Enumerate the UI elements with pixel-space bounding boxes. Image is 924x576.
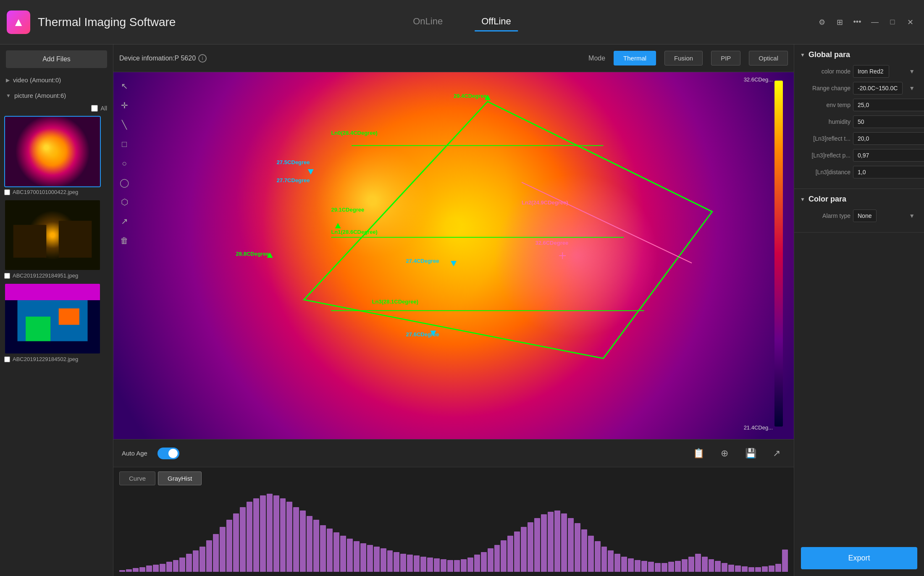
hist-bar bbox=[494, 545, 500, 572]
global-para-header: ▼ Global para bbox=[800, 50, 918, 59]
thumb-check-3[interactable] bbox=[4, 356, 10, 362]
rect-tool-btn[interactable]: □ bbox=[116, 136, 132, 152]
mode-btn-fusion[interactable]: Fusion bbox=[664, 51, 703, 65]
thumb-item-1: ABC19700101000422.jpeg bbox=[4, 116, 109, 195]
all-checkbox[interactable] bbox=[91, 105, 98, 112]
mode-btn-pip[interactable]: PIP bbox=[711, 51, 740, 65]
range-change-select[interactable]: -20.0C~150.0C 0C~100C bbox=[853, 82, 903, 94]
toggle-knob bbox=[168, 449, 178, 458]
color-mode-select[interactable]: Iron Red2 Rainbow Grayscale bbox=[853, 65, 889, 78]
hist-tab-grayhist[interactable]: GrayHist bbox=[158, 471, 202, 485]
colorbar-gradient bbox=[774, 81, 783, 427]
thumb-img-3[interactable] bbox=[4, 283, 101, 354]
polygon-tool-btn[interactable]: ⬡ bbox=[116, 194, 132, 210]
hist-bar bbox=[561, 513, 567, 572]
hist-bar bbox=[160, 564, 165, 572]
mode-btn-thermal[interactable]: Thermal bbox=[614, 51, 656, 65]
hist-tabs: Curve GrayHist bbox=[113, 467, 794, 485]
hist-bar bbox=[454, 560, 460, 572]
hist-bar bbox=[662, 563, 667, 572]
thumb-check-2[interactable] bbox=[4, 273, 10, 279]
thumb-filename-3: ABC20191229184502.jpeg bbox=[13, 356, 78, 362]
color-mode-chevron-icon: ▼ bbox=[909, 68, 915, 75]
thumb-check-1[interactable] bbox=[4, 189, 10, 195]
toolbar-row: Device infomation:P 5620 i Mode Thermal … bbox=[113, 45, 794, 72]
auto-age-toggle[interactable] bbox=[158, 448, 179, 459]
info-icon[interactable]: i bbox=[198, 54, 207, 63]
mode-btn-optical[interactable]: Optical bbox=[749, 51, 788, 65]
select-tool-btn[interactable]: ↖ bbox=[116, 78, 132, 94]
hist-tab-curve[interactable]: Curve bbox=[119, 471, 155, 485]
thumb-item-2: ABC20191229184951.jpeg bbox=[4, 199, 109, 279]
reflect-t-input[interactable] bbox=[853, 132, 924, 145]
env-temp-label: env temp bbox=[800, 102, 850, 108]
color-mode-label: color mode bbox=[800, 68, 850, 75]
hist-bar bbox=[200, 547, 205, 572]
report-btn[interactable]: 📋 bbox=[690, 445, 707, 462]
hist-bar bbox=[420, 557, 426, 572]
sidebar-item-video[interactable]: ▶ video (Amount:0) bbox=[0, 72, 113, 88]
tab-offline[interactable]: OffLine bbox=[475, 13, 518, 31]
hist-bar bbox=[755, 567, 761, 572]
window-maximize-btn[interactable]: □ bbox=[887, 17, 898, 28]
distance-input[interactable] bbox=[853, 166, 924, 178]
global-para-section: ▼ Global para color mode Iron Red2 Rainb… bbox=[794, 45, 924, 189]
hist-bar bbox=[320, 525, 326, 572]
hist-bar bbox=[166, 562, 172, 572]
ellipse-tool-btn[interactable]: ◯ bbox=[116, 175, 132, 191]
thumb-img-2[interactable] bbox=[4, 199, 101, 271]
humidity-input[interactable] bbox=[853, 115, 924, 128]
hist-bar bbox=[126, 569, 132, 572]
hist-bar bbox=[360, 543, 366, 572]
tab-online[interactable]: OnLine bbox=[406, 13, 449, 31]
thumb-filename-1: ABC19700101000422.jpeg bbox=[13, 189, 78, 195]
sidebar: Add Files ▶ video (Amount:0) ▼ picture (… bbox=[0, 45, 113, 576]
window-more-icon[interactable]: ••• bbox=[852, 17, 863, 28]
alarm-type-select[interactable]: None High Low bbox=[853, 209, 877, 222]
color-para-arrow[interactable]: ▼ bbox=[800, 196, 805, 202]
hist-bar bbox=[367, 545, 373, 572]
export-image-btn[interactable]: ↗ bbox=[768, 445, 785, 462]
hist-bar bbox=[742, 566, 748, 572]
reflect-p-label: [Ln3]reflect p... bbox=[800, 152, 850, 159]
hist-bar bbox=[340, 536, 346, 572]
hist-bar bbox=[722, 563, 727, 572]
circle-tool-btn[interactable]: ○ bbox=[116, 155, 132, 171]
hist-bar bbox=[247, 502, 252, 572]
window-close-btn[interactable]: ✕ bbox=[905, 17, 916, 28]
scan-btn[interactable]: ⊕ bbox=[716, 445, 733, 462]
thumb-canvas-2 bbox=[5, 200, 100, 270]
hist-bar bbox=[206, 540, 212, 572]
global-para-arrow[interactable]: ▼ bbox=[800, 52, 805, 58]
reflect-p-input[interactable] bbox=[853, 149, 924, 162]
hist-bar bbox=[682, 559, 688, 572]
move-tool-btn[interactable]: ✛ bbox=[116, 97, 132, 113]
thumb-img-1[interactable] bbox=[4, 116, 101, 187]
env-temp-input[interactable] bbox=[853, 99, 924, 111]
thermal-canvas bbox=[113, 72, 794, 439]
sidebar-item-picture[interactable]: ▼ picture (Amount:6) bbox=[0, 88, 113, 103]
window-settings-icon[interactable]: ⚙ bbox=[816, 17, 827, 28]
line-tool-btn[interactable]: ╲ bbox=[116, 117, 132, 133]
hist-bar bbox=[260, 495, 266, 572]
window-capture-icon[interactable]: ⊞ bbox=[834, 17, 845, 28]
window-minimize-btn[interactable]: — bbox=[869, 17, 880, 28]
range-change-select-wrapper: -20.0C~150.0C 0C~100C ▼ bbox=[853, 82, 918, 94]
hist-bar bbox=[179, 558, 185, 572]
export-button[interactable]: Export bbox=[801, 547, 917, 569]
hist-bar bbox=[675, 561, 681, 572]
add-files-button[interactable]: Add Files bbox=[6, 50, 107, 68]
center-panel: Device infomation:P 5620 i Mode Thermal … bbox=[113, 45, 794, 576]
delete-tool-btn[interactable]: 🗑 bbox=[116, 233, 132, 249]
hist-bar bbox=[461, 559, 467, 572]
save-btn[interactable]: 💾 bbox=[742, 445, 759, 462]
hist-bar bbox=[226, 520, 232, 572]
hist-bar bbox=[655, 563, 661, 572]
hist-bar bbox=[400, 554, 406, 572]
range-change-chevron-icon: ▼ bbox=[909, 85, 915, 92]
hist-bar bbox=[782, 550, 788, 572]
pointer-tool-btn[interactable]: ↗ bbox=[116, 213, 132, 229]
hist-bar bbox=[293, 507, 299, 572]
thumb-label-3: ABC20191229184502.jpeg bbox=[4, 356, 109, 362]
hist-bar bbox=[581, 529, 587, 572]
